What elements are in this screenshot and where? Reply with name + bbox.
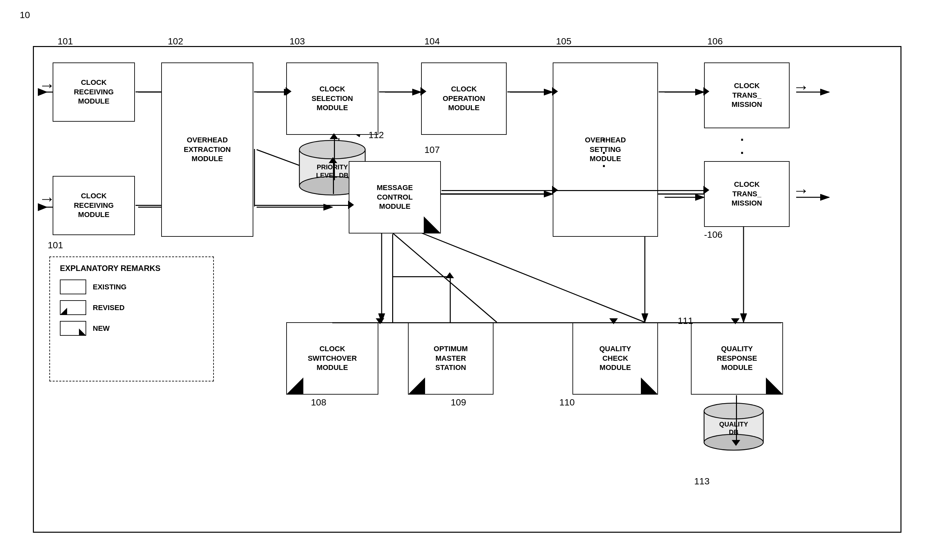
ref-103: 103 (290, 36, 305, 47)
arr-os-ct-top (703, 87, 709, 96)
arr-oe-cs (285, 87, 291, 96)
ref-110: 110 (559, 397, 575, 408)
ref-111: 111 (678, 316, 693, 326)
svg-text:PRIORITY: PRIORITY (317, 163, 348, 171)
line-ct-bot-ext (553, 190, 705, 191)
ref-106-bot: -106 (704, 229, 722, 240)
message-control-module: MESSAGECONTROLMODULE (349, 161, 441, 234)
arrow-out-bot: → (793, 181, 810, 200)
line-co-os (507, 91, 554, 92)
clock-selection-module: CLOCKSELECTIONMODULE (286, 63, 378, 135)
arr-down-switchover (376, 318, 384, 324)
arr-co-os (552, 87, 558, 96)
svg-text:LEVEL DB: LEVEL DB (316, 172, 349, 179)
swatch-revised (60, 300, 86, 315)
line-crm-oe-bot (136, 205, 161, 206)
line-os-ct-top (658, 91, 705, 92)
legend-title: EXPLANATORY REMARKS (60, 264, 203, 273)
arr-mcm-pldb (328, 157, 337, 163)
line-om-up (450, 276, 451, 323)
arr-down-qcheck (609, 318, 618, 324)
line-cs-co (379, 91, 422, 92)
line-crm-oe-top (136, 91, 161, 92)
line-pldb-cs (334, 137, 335, 180)
svg-text:DB: DB (729, 428, 739, 436)
arrow-in-bot: → (39, 189, 55, 208)
ref-104: 104 (424, 36, 440, 47)
swatch-new (60, 321, 86, 336)
quality-response-module: QUALITYRESPONSEMODULE (691, 322, 783, 395)
overhead-extraction-module: OVERHEADEXTRACTIONMODULE (161, 63, 253, 237)
ref-106-top: 106 (707, 36, 723, 47)
clock-trans-top-module: CLOCKTRANS_MISSION (704, 63, 790, 128)
dots-overhead: ··· (602, 133, 606, 172)
svg-point-36 (704, 403, 763, 419)
arr-down-qresponse (731, 318, 740, 324)
clock-switchover-module: CLOCKSWITCHOVERMODULE (286, 322, 378, 395)
legend-item-new: NEW (60, 321, 203, 336)
arr-pldb-cs (330, 133, 338, 139)
clock-receiving-top-module: CLOCKRECEIVINGMODULE (52, 63, 135, 122)
arr-cs-co (421, 87, 426, 96)
line-oe-mcm (254, 205, 349, 206)
legend-item-revised: REVISED (60, 300, 203, 315)
svg-point-31 (299, 140, 365, 159)
arr-qr-qdb (732, 440, 740, 446)
arr-oe-mcm (348, 201, 354, 209)
ref-113: 113 (694, 476, 710, 487)
line-oe-vert (254, 149, 255, 206)
line-om-mcm-horiz (393, 276, 451, 277)
arr-om-up (446, 272, 454, 278)
line-oe-cs (254, 91, 287, 92)
line-mc-os (441, 190, 554, 191)
ref-10: 10 (20, 10, 30, 20)
line-bottom-horiz (332, 322, 781, 323)
line-mcm-down (392, 234, 393, 323)
legend-item-existing: EXISTING (60, 280, 203, 294)
ref-108: 108 (311, 397, 326, 408)
ref-109: 109 (451, 397, 466, 408)
ref-107: 107 (424, 145, 440, 155)
svg-text:QUALITY: QUALITY (719, 421, 748, 428)
swatch-existing (60, 280, 86, 294)
line-qr-qdb (736, 395, 737, 441)
arrow-in-top: → (39, 75, 55, 95)
quality-check-module: QUALITYCHECKMODULE (572, 322, 658, 395)
ref-101-top: 101 (57, 36, 73, 47)
arrow-out-top: → (793, 77, 810, 96)
optimum-master-station: OPTIMUMMASTERSTATION (408, 322, 493, 395)
ref-102: 102 (168, 36, 183, 47)
diagram-container: 10 (20, 20, 914, 546)
ref-101-bot: 101 (48, 240, 63, 251)
legend-box: EXPLANATORY REMARKS EXISTING REVISED NEW (49, 257, 214, 382)
ref-112: 112 (369, 130, 384, 140)
ref-105: 105 (556, 36, 572, 47)
clock-operation-module: CLOCKOPERATIONMODULE (421, 63, 507, 135)
clock-trans-bot-module: CLOCKTRANS_MISSION (704, 161, 790, 227)
clock-receiving-bot-module: CLOCKRECEIVINGMODULE (52, 176, 135, 235)
